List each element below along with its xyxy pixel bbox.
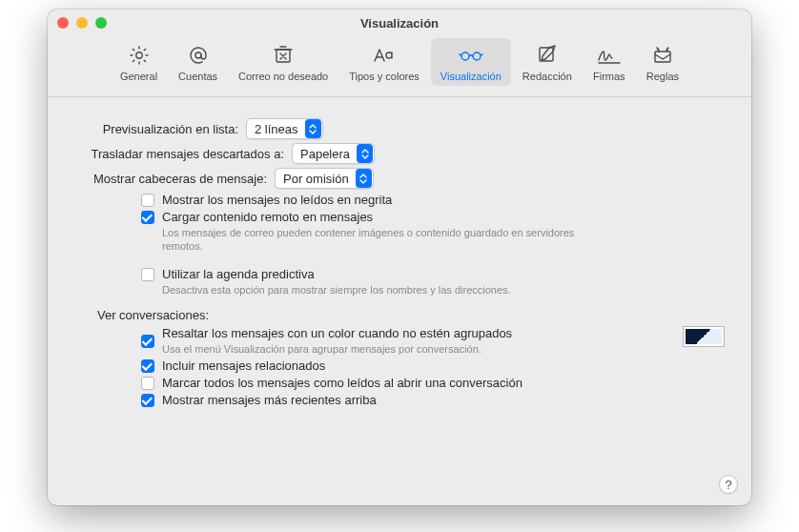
- remote-content-checkbox[interactable]: [141, 211, 154, 224]
- svg-point-3: [461, 52, 469, 60]
- list-preview-label: Previsualización en lista:: [74, 122, 246, 136]
- chevron-updown-icon: [356, 169, 372, 188]
- tab-signatures[interactable]: Firmas: [584, 38, 635, 86]
- tab-fonts[interactable]: Tipos y colores: [339, 38, 429, 86]
- discarded-select[interactable]: Papelera: [292, 143, 375, 164]
- highlight-checkbox[interactable]: [141, 335, 154, 348]
- remote-content-desc: Los mensajes de correo pueden contener i…: [162, 226, 610, 254]
- recent-top-checkbox[interactable]: [141, 394, 154, 407]
- tab-label: Correo no deseado: [238, 71, 328, 82]
- glasses-icon: [458, 42, 484, 69]
- include-related-checkbox[interactable]: [141, 359, 154, 373]
- tab-label: General: [120, 71, 157, 82]
- chevron-updown-icon: [357, 144, 373, 163]
- mark-all-read-label: Marcar todos los mensajes como leídos al…: [162, 376, 725, 390]
- gear-icon: [126, 42, 153, 69]
- tab-general[interactable]: General: [111, 38, 167, 86]
- tab-viewing[interactable]: Visualización: [431, 38, 511, 86]
- help-button[interactable]: ?: [719, 475, 738, 494]
- signature-icon: [596, 42, 623, 69]
- include-related-label: Incluir mensajes relacionados: [162, 358, 725, 373]
- preferences-toolbar: General Cuentas Correo no deseado Tipos …: [48, 36, 751, 97]
- color-preview: [686, 329, 722, 344]
- svg-point-1: [195, 52, 201, 58]
- tab-label: Tipos y colores: [349, 71, 420, 82]
- svg-point-0: [135, 52, 141, 58]
- remote-content-label: Cargar contenido remoto en mensajes: [162, 210, 725, 224]
- trash-icon: [270, 42, 297, 69]
- svg-rect-6: [655, 51, 670, 62]
- rules-icon: [649, 42, 676, 69]
- headers-select[interactable]: Por omisión: [275, 168, 374, 189]
- unread-bold-label: Mostrar los mensajes no leídos en negrit…: [162, 193, 725, 207]
- titlebar: Visualización: [48, 10, 751, 36]
- minimize-icon[interactable]: [76, 17, 88, 29]
- highlight-color-swatch[interactable]: [683, 326, 725, 347]
- compose-icon: [534, 42, 561, 69]
- tab-label: Firmas: [593, 71, 625, 82]
- mark-all-read-checkbox[interactable]: [141, 377, 154, 390]
- svg-point-4: [473, 52, 481, 60]
- tab-label: Cuentas: [178, 71, 217, 82]
- tab-label: Reglas: [646, 71, 679, 82]
- list-preview-select[interactable]: 2 líneas: [246, 118, 323, 139]
- window-controls: [57, 17, 107, 29]
- at-icon: [185, 42, 212, 69]
- recent-top-label: Mostrar mensajes más recientes arriba: [162, 393, 725, 407]
- conversations-section-label: Ver conversaciones:: [74, 308, 725, 322]
- predictive-checkbox[interactable]: [141, 268, 154, 281]
- content-area: Previsualización en lista: 2 líneas Tras…: [48, 97, 751, 423]
- close-icon[interactable]: [57, 17, 69, 29]
- tab-junk[interactable]: Correo no deseado: [229, 38, 338, 86]
- tab-accounts[interactable]: Cuentas: [169, 38, 227, 86]
- preferences-window: Visualización General Cuentas Correo no …: [48, 10, 751, 505]
- unread-bold-checkbox[interactable]: [141, 194, 154, 207]
- tab-label: Visualización: [440, 71, 502, 82]
- chevron-updown-icon: [305, 119, 321, 138]
- tab-label: Redacción: [522, 71, 572, 82]
- highlight-desc: Usa el menú Visualización para agrupar m…: [162, 342, 610, 356]
- tab-composing[interactable]: Redacción: [513, 38, 582, 86]
- highlight-label: Resaltar los mensajes con un color cuand…: [162, 326, 669, 340]
- predictive-desc: Desactiva esta opción para mostrar siemp…: [162, 283, 610, 297]
- discarded-label: Trasladar mensajes descartados a:: [74, 147, 292, 161]
- window-title: Visualización: [48, 16, 751, 31]
- font-icon: [371, 42, 398, 69]
- predictive-label: Utilizar la agenda predictiva: [162, 267, 725, 281]
- tab-rules[interactable]: Reglas: [637, 38, 688, 86]
- zoom-icon[interactable]: [95, 17, 107, 29]
- headers-label: Mostrar cabeceras de mensaje:: [74, 172, 275, 186]
